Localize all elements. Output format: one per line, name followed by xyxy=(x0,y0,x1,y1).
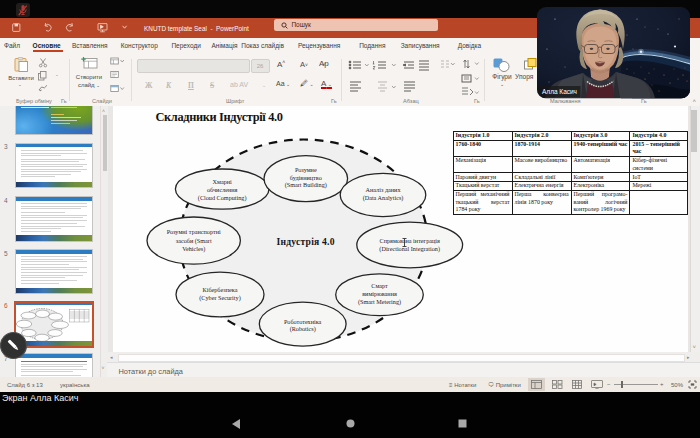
svg-text:(Smart Metering): (Smart Metering) xyxy=(357,298,400,306)
svg-text:обчислення: обчислення xyxy=(206,186,237,193)
svg-text:будівництво: будівництво xyxy=(289,174,321,181)
svg-text:Хмарні: Хмарні xyxy=(212,178,231,185)
svg-text:Смарт: Смарт xyxy=(371,282,388,289)
svg-text:Робототехніка: Робототехніка xyxy=(284,318,322,325)
svg-text:Аналіз даних: Аналіз даних xyxy=(365,186,401,193)
svg-text:Спрямована інтеграція: Спрямована інтеграція xyxy=(379,237,439,244)
svg-text:Кібербезпека: Кібербезпека xyxy=(202,286,237,293)
svg-text:(Smart Building): (Smart Building) xyxy=(284,181,326,189)
svg-text:(Cloud Computing): (Cloud Computing) xyxy=(197,194,246,202)
svg-text:Алла Касич: Алла Касич xyxy=(542,88,577,95)
svg-text:(Data Analytics): (Data Analytics) xyxy=(362,194,403,202)
svg-text:(Robotics): (Robotics) xyxy=(289,325,315,333)
svg-text:засоби (Smart: засоби (Smart xyxy=(175,237,211,245)
svg-text:(Cyber Security): (Cyber Security) xyxy=(199,294,240,302)
svg-text:Vehicles): Vehicles) xyxy=(182,245,205,253)
svg-text:Розумне: Розумне xyxy=(294,166,316,173)
svg-text:(Directional Integration): (Directional Integration) xyxy=(379,245,440,253)
svg-text:Індустрія 4.0: Індустрія 4.0 xyxy=(276,236,334,247)
svg-text:вимірювання: вимірювання xyxy=(362,290,397,297)
svg-text:Складники Індустрії 4.0: Складники Індустрії 4.0 xyxy=(155,110,283,124)
svg-text:Розумні транспортні: Розумні транспортні xyxy=(166,228,220,235)
